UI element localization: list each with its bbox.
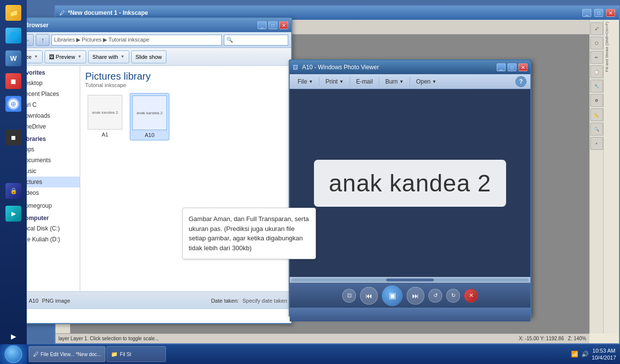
start-button[interactable] bbox=[0, 344, 27, 364]
right-tool-8[interactable]: 🔍 bbox=[590, 123, 603, 136]
taskbar-inkscape[interactable]: 🖊 File Edit View... *New doc... bbox=[29, 346, 105, 362]
tray-network-icon: 📶 bbox=[571, 351, 578, 358]
pv-title: A10 - Windows Photo Viewer bbox=[302, 64, 495, 71]
sidebar-black-icon[interactable]: ◼ bbox=[2, 127, 24, 148]
pv-menubar: File ▼ Print ▼ E-mail Burn ▼ Open ▼ ? bbox=[290, 74, 530, 89]
word-glyph: W bbox=[10, 54, 16, 62]
search-bar[interactable]: 🔍 bbox=[224, 35, 288, 46]
menu-sep-4 bbox=[410, 77, 410, 86]
sidebar-chrome-icon[interactable]: ⊕ bbox=[2, 93, 24, 115]
chrome-glyph: ⊕ bbox=[10, 100, 16, 108]
pv-image-area[interactable]: anak kandea 2 bbox=[290, 89, 530, 277]
right-tool-5[interactable]: 🔧 bbox=[590, 80, 603, 92]
pv-burn-menu[interactable]: Burn ▼ bbox=[381, 76, 408, 88]
status-filename: A10 bbox=[29, 298, 39, 304]
inkscape-right-tools: 🖊 ⬡ ✂ 📋 🔧 ⚙ 📐 🔍 + bbox=[589, 20, 603, 333]
pv-maximize-btn[interactable]: □ bbox=[508, 63, 517, 71]
search-icon: 🔍 bbox=[226, 37, 233, 43]
pv-fit-btn[interactable]: ⊡ bbox=[342, 289, 356, 303]
address-bar[interactable]: Libraries ▶ Pictures ▶ Tutorial inkscape bbox=[52, 35, 222, 46]
up-btn[interactable]: ↑ bbox=[36, 34, 50, 46]
slide-show-btn[interactable]: Slide show bbox=[131, 50, 166, 63]
pv-play-btn[interactable]: ▣ bbox=[382, 285, 403, 306]
open-chevron: ▼ bbox=[432, 79, 437, 84]
preview-label: Preview bbox=[56, 54, 75, 60]
sidebar-word-icon[interactable]: W bbox=[2, 47, 24, 69]
preview-btn[interactable]: 🖼 Preview ▼ bbox=[45, 50, 86, 63]
blue-icon-inner: 🔒 bbox=[5, 183, 21, 199]
pv-statusbar bbox=[290, 308, 530, 321]
inkscape-close-btn[interactable]: ✕ bbox=[606, 9, 615, 17]
pv-minimize-btn[interactable]: _ bbox=[497, 63, 506, 71]
clock-time: 10:53 AM bbox=[592, 347, 616, 354]
photo-viewer-window: 🖼 A10 - Windows Photo Viewer _ □ ✕ File … bbox=[289, 59, 531, 317]
status-date-info: Date taken: Specify date taken bbox=[211, 298, 287, 304]
sidebar-blue-icon[interactable]: 🔒 bbox=[2, 180, 24, 202]
right-tool-7[interactable]: 📐 bbox=[590, 108, 603, 121]
sidebar-teal-icon[interactable]: ▶ bbox=[2, 203, 24, 225]
explorer-titlebar: 📁 File Browser _ □ ✕ bbox=[1, 18, 291, 32]
file-thumb-a1: anak kandea 2 bbox=[88, 95, 122, 130]
inkscape-minimize-btn[interactable]: _ bbox=[582, 9, 591, 17]
burn-chevron: ▼ bbox=[399, 79, 404, 84]
pv-app-icon: 🖼 bbox=[293, 64, 298, 70]
explorer-statusbar: anak kandea 2 A10 PNG image Date taken: … bbox=[1, 291, 291, 309]
chrome-icon-inner: ⊕ bbox=[5, 96, 21, 112]
right-tool-9[interactable]: + bbox=[590, 137, 603, 150]
pv-email-menu[interactable]: E-mail bbox=[352, 76, 377, 88]
taskbar-inkscape-label: File Edit View... *New doc... bbox=[41, 352, 101, 357]
black-glyph: ◼ bbox=[11, 134, 16, 141]
sidebar-nav-arrow[interactable]: ▶ bbox=[11, 332, 16, 340]
menu-sep-2 bbox=[350, 77, 350, 86]
right-tool-1[interactable]: 🖊 bbox=[590, 22, 603, 35]
right-tool-6[interactable]: ⚙ bbox=[590, 94, 603, 107]
folder-icon-inner: 📁 bbox=[5, 5, 21, 21]
content-header: Pictures library Tutorial inkscape bbox=[85, 71, 286, 88]
pv-delete-btn[interactable]: ✕ bbox=[464, 289, 478, 303]
inkscape-right-panel: Fill and Stroke (Shift+Ctrl+F) bbox=[603, 20, 619, 333]
right-tool-2[interactable]: ⬡ bbox=[590, 37, 603, 49]
taskbar-clock[interactable]: 10:53 AM 10/4/2017 bbox=[592, 347, 616, 362]
sidebar-ie-icon[interactable]: 🌐 bbox=[2, 25, 24, 46]
file-thumb-a10: anak kandea 2 bbox=[132, 95, 167, 130]
word-icon-inner: W bbox=[5, 50, 21, 66]
status-file-info: A10 PNG image bbox=[29, 298, 70, 304]
taskbar-explorer-label: Fil St bbox=[120, 352, 131, 357]
explorer-minimize-btn[interactable]: _ bbox=[258, 21, 266, 29]
share-with-btn[interactable]: Share with ▼ bbox=[88, 50, 129, 63]
taskbar-explorer[interactable]: 📁 Fil St bbox=[106, 346, 166, 362]
pv-image-text: anak kandea 2 bbox=[314, 160, 506, 207]
pv-close-btn[interactable]: ✕ bbox=[518, 63, 527, 71]
inkscape-maximize-btn[interactable]: □ bbox=[594, 9, 603, 17]
taskbar: 🖊 File Edit View... *New doc... 📁 Fil St… bbox=[0, 344, 620, 364]
sidebar-folder-icon[interactable]: 📁 bbox=[2, 2, 24, 24]
pv-rotate-cw-btn[interactable]: ↻ bbox=[446, 289, 460, 303]
explorer-close-btn[interactable]: ✕ bbox=[279, 21, 288, 29]
clock-date: 10/4/2017 bbox=[592, 354, 616, 361]
file-item-a1[interactable]: anak kandea 2 A1 bbox=[85, 93, 125, 140]
pv-print-menu[interactable]: Print ▼ bbox=[321, 76, 348, 88]
pv-burn-label: Burn bbox=[385, 78, 398, 85]
inkscape-title: *New document 1 - Inkscape bbox=[68, 9, 579, 16]
black-icon-inner: ◼ bbox=[5, 130, 21, 145]
left-sidebar: 📁 🌐 W ◼ ⊕ ◼ 🔒 ▶ ▶ bbox=[0, 0, 27, 344]
pv-file-menu[interactable]: File ▼ bbox=[294, 76, 317, 88]
file-item-a10[interactable]: anak kandea 2 A10 bbox=[130, 93, 169, 140]
tray-volume-icon: 🔊 bbox=[581, 351, 589, 358]
right-tool-4[interactable]: 📋 bbox=[590, 65, 603, 78]
taskbar-items: 🖊 File Edit View... *New doc... 📁 Fil St bbox=[27, 344, 567, 364]
right-tool-3[interactable]: ✂ bbox=[590, 51, 603, 64]
pv-email-label: E-mail bbox=[356, 78, 373, 85]
pv-rotate-ccw-btn[interactable]: ↺ bbox=[428, 289, 442, 303]
date-value: Specify date taken bbox=[242, 298, 287, 304]
pv-file-label: File bbox=[298, 78, 307, 85]
sidebar-red-icon[interactable]: ◼ bbox=[2, 70, 24, 92]
pv-help-btn[interactable]: ? bbox=[516, 76, 526, 87]
nav-arrow-right[interactable]: ▶ bbox=[11, 332, 16, 340]
pv-prev-btn[interactable]: ⏮ bbox=[360, 287, 378, 305]
pv-open-menu[interactable]: Open ▼ bbox=[412, 76, 440, 88]
pv-scrollbar[interactable] bbox=[290, 277, 530, 283]
explorer-maximize-btn[interactable]: □ bbox=[268, 21, 277, 29]
pv-controls: ⊡ ⏮ ▣ ⏭ ↺ ↻ ✕ bbox=[290, 283, 530, 308]
pv-next-btn[interactable]: ⏭ bbox=[407, 287, 424, 305]
